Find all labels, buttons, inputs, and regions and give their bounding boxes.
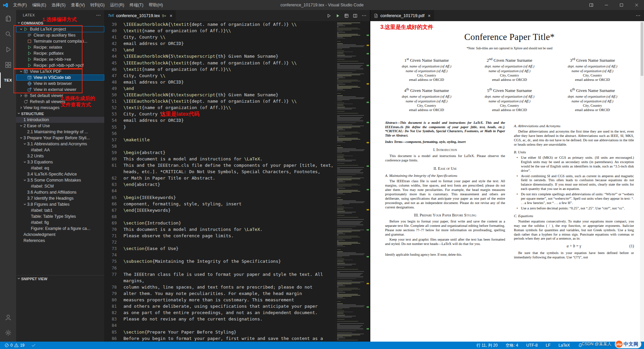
structure-item[interactable]: 3.4 \LaTeX-Specific Advice [16,171,104,177]
code-line[interactable]: margins, [123,278,335,284]
structure-item[interactable]: 3 Prepare Your Paper Before Styli... [16,135,104,141]
minimize-button[interactable] [599,0,614,10]
pdf-viewer[interactable]: Conference Paper Title* *Note: Sub-title… [370,21,644,342]
structure-item[interactable]: #label: tab1 [16,207,104,213]
code-line[interactable]: City, Country \\ [123,72,335,79]
code-line[interactable]: \begin{IEEEkeywords} [123,194,335,201]
code-line[interactable] [123,130,335,137]
code-line[interactable]: \textit{name of organization (of Aff.)}\… [123,104,335,111]
structure-item[interactable]: #label: eq [16,165,104,171]
code-line[interactable]: \IEEEauthorblockA{\textit{dept. name of … [123,60,335,66]
code-line[interactable]: email address or ORCID} [123,79,335,85]
status-item[interactable]: LF [545,342,551,349]
code-line[interactable]: heads, etc.]. *CRITICAL: Do Not Use Symb… [123,168,335,175]
code-line[interactable]: alter them. You may note peculiarities. … [123,290,335,297]
code-line[interactable]: email address or ORCID} [123,40,335,47]
structure-item[interactable]: Figure: Example of a figure ca... [16,226,104,232]
structure-item[interactable]: 2 Ease of Use [16,123,104,129]
code-line[interactable] [123,252,335,258]
code-line[interactable] [123,322,335,329]
code-line[interactable] [123,265,335,271]
code-line[interactable] [123,239,335,245]
structure-section-header[interactable]: STRUCTURE [16,111,104,117]
structure-item[interactable]: 3.7 Identify the Headings [16,195,104,201]
code-line[interactable]: Please do not revise any of the current … [123,316,335,322]
scrollbar-thumb[interactable] [641,22,643,76]
structure-item[interactable]: #label: AA [16,147,104,153]
pdf-scrollbar[interactable] [640,21,644,342]
status-item[interactable]: 空格: 4 [505,342,519,349]
code-line[interactable]: \textit{name of organization (of Aff.)}\… [123,66,335,72]
code-line[interactable]: \maketitle [123,137,335,143]
code-editor[interactable]: 3940414243444546474849505152535455565758… [105,21,370,342]
close-button[interactable] [629,0,644,10]
structure-item[interactable]: 3.1 Abbreviations and Acronyms [16,141,104,147]
layout-button[interactable] [584,0,599,10]
status-item[interactable]: LaTeX [557,342,571,349]
activity-explorer[interactable] [0,11,16,26]
code-line[interactable]: \and [123,85,335,92]
code-line[interactable]: The IEEEtran class file is used to forma… [123,271,335,278]
code-line[interactable]: component, formatting, style, styling, i… [123,201,335,207]
menu-item[interactable]: 查看(V) [68,3,88,7]
code-line[interactable]: This and the IEEEtran.cls file define th… [123,162,335,168]
structure-item[interactable]: #label: fig [16,219,104,226]
code-line[interactable]: \IEEEauthorblockA{\textit{dept. name of … [123,21,335,28]
structure-item[interactable]: 3.2 Units [16,153,104,159]
minimap[interactable] [335,21,366,342]
more-icon[interactable] [636,13,641,18]
code-line[interactable]: column widths, line spaces, and text fon… [123,284,335,290]
structure-item[interactable]: 1 Introduction [16,117,104,123]
maximize-button[interactable] [614,0,629,10]
code-line[interactable]: City, Country \\ [123,111,335,117]
preview-pdf-icon[interactable] [344,13,349,18]
structure-item[interactable]: 3.3 Equations [16,159,104,165]
code-line[interactable] [123,213,335,220]
menu-item[interactable]: 帮助(H) [146,3,165,7]
code-line[interactable]: City, Country \\ [123,34,335,40]
menu-item[interactable]: 编辑(E) [30,3,49,7]
more-icon[interactable] [362,13,367,18]
code-line[interactable]: \section{Introduction} [123,220,335,226]
code-line[interactable] [123,188,335,194]
split-editor-icon[interactable] [353,13,358,18]
structure-item[interactable]: #label: SCM [16,183,104,189]
code-line[interactable]: as one part of the entire proceedings, a… [123,309,335,316]
close-tab-icon[interactable]: × [428,13,430,18]
menu-item[interactable]: 文件(F) [10,3,30,7]
status-item[interactable]: 行 11, 列 20 [475,342,498,349]
latex-build-status[interactable] [30,342,37,349]
structure-item[interactable]: Table: Table Type Styles [16,213,104,219]
code-line[interactable]: \end{IEEEkeywords} [123,207,335,213]
build-icon[interactable] [335,13,340,18]
code-line[interactable]: } [123,124,335,130]
menu-item[interactable]: 终端(T) [127,3,146,7]
code-line[interactable]: \and [123,47,335,53]
code-line[interactable]: \IEEEauthorblockN{5\textsuperscript{th} … [123,53,335,59]
code-line[interactable] [123,143,335,149]
more-actions-icon[interactable] [96,13,101,18]
structure-item[interactable]: 2.1 Maintaining the Integrity of ... [16,129,104,135]
code-line[interactable]: Before you begin to format your paper, f… [123,335,335,342]
code-line[interactable]: \section{Prepare Your Paper Before Styli… [123,329,335,335]
code-line[interactable]: and others are deliberate, using specifi… [123,303,335,309]
code-line[interactable]: This document is a model and instruction… [123,156,335,162]
code-line[interactable]: \begin{abstract} [123,149,335,156]
code-line[interactable]: \IEEEauthorblockN{6\textsuperscript{th} … [123,92,335,98]
code-line[interactable]: \end{abstract} [123,181,335,188]
code-line[interactable]: \subsection{Maintaining the Integrity of… [123,258,335,264]
menu-item[interactable]: 选择(S) [49,3,68,7]
tab-conference-tex[interactable]: TeX conference_101719.tex 9+ × [105,10,176,21]
menu-item[interactable]: 转到(G) [88,3,107,7]
code-line[interactable]: \section{Ease of Use} [123,245,335,252]
structure-item[interactable]: 3.5 Some Common Mistakes [16,177,104,183]
activity-settings[interactable] [0,325,16,340]
code-line[interactable]: \textit{name of organization (of Aff.)}\… [123,28,335,34]
problems-indicator[interactable]: 0 19 [3,342,25,349]
structure-item[interactable]: Acknowledgment [16,232,104,238]
code-line[interactable]: measures proportionately more than is cu… [123,297,335,303]
run-outline-icon[interactable] [327,13,331,18]
code-line[interactable]: Please observe the conference page limit… [123,233,335,239]
code-line[interactable]: or Math in Paper Title or Abstract. [123,175,335,181]
snippet-view-section-header[interactable]: SNIPPET VIEW [16,275,104,282]
